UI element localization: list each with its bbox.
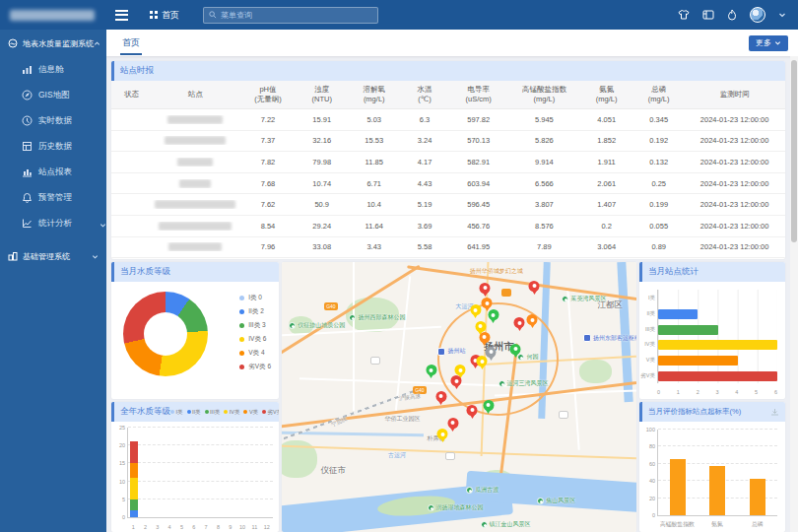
sidebar-item-6[interactable]: 预警管理 <box>0 185 106 211</box>
station-map-pin-yellow[interactable] <box>455 365 466 375</box>
station-map-pin-green[interactable] <box>510 344 521 355</box>
value-cell: 1.407 <box>579 200 633 209</box>
tab-home[interactable]: 首页 <box>120 31 142 55</box>
menu-search-input[interactable] <box>221 11 359 20</box>
ytick-label: 0 <box>122 514 125 520</box>
station-map-pin-green[interactable] <box>426 365 436 375</box>
station-map-pin-orange[interactable] <box>482 298 493 308</box>
exceed-category-label: 总磷 <box>737 520 777 529</box>
month-column <box>201 428 213 517</box>
month-stack[interactable] <box>130 441 138 517</box>
hbar-bar[interactable] <box>658 371 777 381</box>
station-map-pin-orange[interactable] <box>527 314 538 325</box>
scrollbar-thumb[interactable] <box>791 60 797 242</box>
value-cell: 4.43 <box>401 179 448 188</box>
legend-item[interactable]: II类 <box>187 409 201 416</box>
stack-segment <box>130 510 138 517</box>
legend-item[interactable]: II类 2 <box>239 307 271 316</box>
legend-item[interactable]: I类 <box>170 409 183 416</box>
value-cell: 7.37 <box>239 136 297 145</box>
month-column <box>128 428 140 517</box>
sidebar-item-4[interactable]: 历史数据 <box>0 134 106 160</box>
site-cell <box>152 158 239 166</box>
search-icon <box>209 11 217 19</box>
exceed-bar[interactable] <box>709 466 725 515</box>
sidebar-item-1[interactable]: 信息舱 <box>0 57 106 83</box>
nav-home[interactable]: 首页 <box>150 9 179 22</box>
app-logo <box>0 0 106 30</box>
flame-icon[interactable] <box>727 9 737 21</box>
value-cell: 6.71 <box>347 179 401 188</box>
exceed-bar[interactable] <box>670 459 686 515</box>
station-map-pin-red[interactable] <box>529 281 540 292</box>
hbar-bar[interactable] <box>658 340 777 350</box>
legend-item[interactable]: III类 3 <box>239 321 271 330</box>
station-map-pin-orange[interactable] <box>479 332 490 343</box>
exceed-category-label: 氨氮 <box>698 520 738 529</box>
station-map-pin-yellow[interactable] <box>475 321 486 332</box>
legend-item[interactable]: 劣V类 6 <box>239 363 271 371</box>
sidebar-group-base-management[interactable]: 基础管理系统 <box>0 242 106 270</box>
sidebar-item-3[interactable]: 实时数据 <box>0 108 106 134</box>
user-avatar[interactable] <box>750 7 765 23</box>
hbar-bar[interactable] <box>658 356 738 366</box>
station-map-pin-red[interactable] <box>435 391 446 402</box>
sidebar-item-2[interactable]: GIS地图 <box>0 83 106 108</box>
sidebar-group-label: 地表水质量监测系统 <box>23 38 94 49</box>
station-map-pin-green[interactable] <box>488 309 499 320</box>
map-scenic-label: 运河三湾风景区 <box>499 379 549 388</box>
station-map-pin-red[interactable] <box>451 375 462 386</box>
legend-dot <box>262 410 266 414</box>
column-header: 电导率(uS/cm) <box>448 85 509 104</box>
month-label: 6 <box>188 524 200 530</box>
station-map-pin-green[interactable] <box>483 400 494 411</box>
legend-dot <box>239 309 244 314</box>
hbar-row: II类 <box>658 309 777 319</box>
hbar-bar[interactable] <box>658 325 718 335</box>
legend-item[interactable]: I类 0 <box>239 294 271 302</box>
sidebar-group-surface-water-system[interactable]: 地表水质量监测系统 <box>0 30 106 57</box>
layout-size-icon[interactable] <box>702 9 714 21</box>
hbar-bar[interactable] <box>658 309 698 319</box>
theme-skin-icon[interactable] <box>678 9 690 21</box>
station-map-pin-gray[interactable] <box>486 347 497 358</box>
legend-item[interactable]: V类 <box>243 409 258 416</box>
hbar-xtick: 5 <box>755 389 758 395</box>
stack-segment <box>130 463 138 478</box>
station-map-pin-red[interactable] <box>447 418 458 429</box>
station-map-pin-yellow[interactable] <box>470 304 481 315</box>
legend-item[interactable]: V类 4 <box>239 349 271 358</box>
legend-item[interactable]: IV类 6 <box>239 335 271 344</box>
station-map-pin-yellow[interactable] <box>437 429 448 439</box>
map-scenic-label: 扬州西部森林公园 <box>349 313 405 322</box>
station-map-pin-red[interactable] <box>480 283 491 294</box>
legend-item[interactable]: IV类 <box>224 409 239 416</box>
station-map-pin-red[interactable] <box>514 317 525 328</box>
chart-toolbox-icon[interactable] <box>770 408 779 417</box>
sidebar-group-label: 基础管理系统 <box>23 251 92 262</box>
station-map-pin-red[interactable] <box>467 405 478 416</box>
hbar-row: IV类 <box>658 340 777 350</box>
month-label: 9 <box>225 524 236 530</box>
legend-item[interactable]: III类 <box>205 409 221 416</box>
sidebar-item-5[interactable]: 站点报表 <box>0 160 106 185</box>
sidebar-item-7[interactable]: 统计分析 <box>0 211 106 236</box>
map-canvas[interactable]: 扬州市江都区仪征市古运河大运河沪陕高速宁启线朴席镇华侨工业园区扬州华侨城梦幻之城… <box>282 262 636 532</box>
station-map-pin-yellow[interactable] <box>477 356 488 366</box>
more-button[interactable]: 更多 <box>749 35 788 51</box>
table-row: 7.8279.9811.854.17582.919.9141.9110.1322… <box>111 152 785 173</box>
value-cell: 603.94 <box>448 179 509 188</box>
exceed-xlabels: 高锰酸盐指数氨氮总磷 <box>657 520 777 529</box>
exceed-bar[interactable] <box>750 479 765 515</box>
scrollbar-track[interactable] <box>790 56 798 532</box>
ytick-label: 60 <box>649 461 655 467</box>
sidebar-item-icon <box>22 166 33 179</box>
topbar-actions <box>678 7 798 23</box>
legend-item[interactable]: 劣V类 <box>262 409 279 416</box>
user-menu-chevron-icon[interactable] <box>778 11 786 19</box>
collapse-menu-icon[interactable] <box>106 10 136 21</box>
menu-search-box[interactable] <box>203 7 378 24</box>
table-header-row: 状态站点pH值(无量纲)浊度(NTU)溶解氧(mg/L)水温(℃)电导率(uS/… <box>111 81 785 109</box>
value-cell: 15.53 <box>347 136 401 145</box>
annual-water-grade-panel: 全年水质等级 I类II类III类IV类V类劣V类 0510152025 1234… <box>111 402 279 532</box>
